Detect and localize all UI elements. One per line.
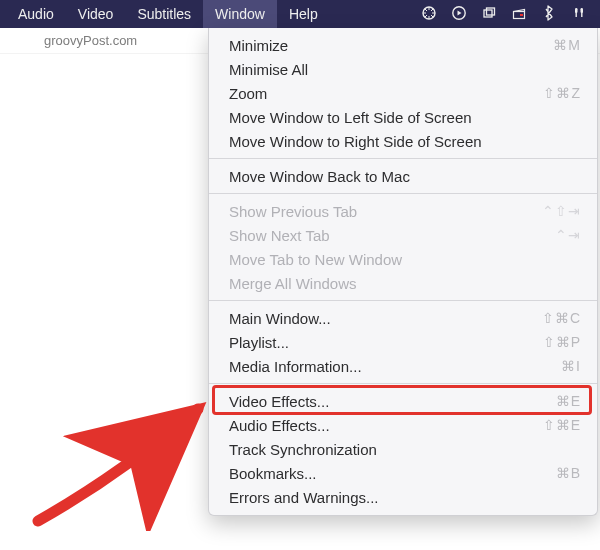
menu-item-bookmarks[interactable]: Bookmarks...⌘B	[209, 461, 597, 485]
menu-item-track-sync[interactable]: Track Synchronization	[209, 437, 597, 461]
menu-item-errors-warnings[interactable]: Errors and Warnings...	[209, 485, 597, 509]
fan-icon[interactable]	[414, 5, 444, 24]
menu-item-main-window[interactable]: Main Window...⇧⌘C	[209, 306, 597, 330]
menu-item-move-tab-new-window: Move Tab to New Window	[209, 247, 597, 271]
menubar: Audio Video Subtitles Window Help	[0, 0, 600, 28]
windows-icon[interactable]	[474, 5, 504, 24]
menu-separator	[209, 383, 597, 384]
menubar-item-video[interactable]: Video	[66, 0, 126, 28]
menu-item-move-left[interactable]: Move Window to Left Side of Screen	[209, 105, 597, 129]
menubar-item-help[interactable]: Help	[277, 0, 330, 28]
menu-item-show-next-tab: Show Next Tab⌃⇥	[209, 223, 597, 247]
svg-rect-5	[520, 14, 523, 16]
menubar-item-audio[interactable]: Audio	[6, 0, 66, 28]
menu-item-minimise-all[interactable]: Minimise All	[209, 57, 597, 81]
menu-item-audio-effects[interactable]: Audio Effects...⇧⌘E	[209, 413, 597, 437]
svg-rect-9	[581, 12, 582, 17]
menu-separator	[209, 300, 597, 301]
menu-item-playlist[interactable]: Playlist...⇧⌘P	[209, 330, 597, 354]
menu-item-show-prev-tab: Show Previous Tab⌃⇧⇥	[209, 199, 597, 223]
svg-rect-3	[487, 8, 495, 15]
clapper-icon[interactable]	[504, 5, 534, 24]
menubar-item-subtitles[interactable]: Subtitles	[125, 0, 203, 28]
menu-item-zoom[interactable]: Zoom⇧⌘Z	[209, 81, 597, 105]
airpods-icon[interactable]	[564, 5, 594, 24]
menu-item-move-right[interactable]: Move Window to Right Side of Screen	[209, 129, 597, 153]
bluetooth-icon[interactable]	[534, 5, 564, 24]
menu-item-minimize[interactable]: Minimize⌘M	[209, 33, 597, 57]
svg-rect-2	[484, 10, 492, 17]
menu-separator	[209, 158, 597, 159]
menu-separator	[209, 193, 597, 194]
menu-item-video-effects[interactable]: Video Effects...⌘E	[209, 389, 597, 413]
play-circle-icon[interactable]	[444, 5, 474, 24]
menu-item-merge-all-windows: Merge All Windows	[209, 271, 597, 295]
menu-item-media-information[interactable]: Media Information...⌘I	[209, 354, 597, 378]
svg-rect-7	[576, 12, 577, 17]
menu-item-move-back-to-mac[interactable]: Move Window Back to Mac	[209, 164, 597, 188]
window-menu-dropdown: Minimize⌘M Minimise All Zoom⇧⌘Z Move Win…	[208, 28, 598, 516]
menubar-item-window[interactable]: Window	[203, 0, 277, 28]
